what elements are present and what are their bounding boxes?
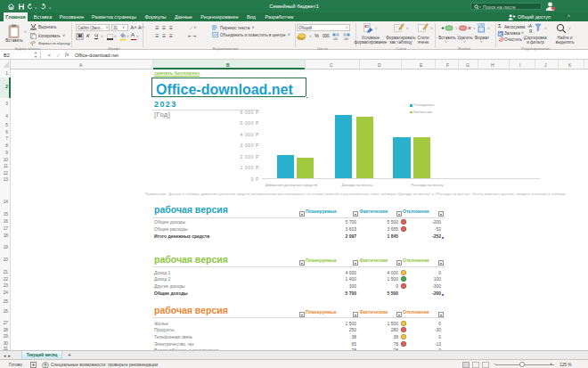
- svg-text:Я: Я: [529, 29, 532, 34]
- svg-text:А: А: [529, 24, 532, 29]
- svg-text:СПРВ: СПРВ: [478, 23, 485, 27]
- svg-text:.00: .00: [343, 37, 348, 41]
- svg-text:.00: .00: [333, 37, 339, 41]
